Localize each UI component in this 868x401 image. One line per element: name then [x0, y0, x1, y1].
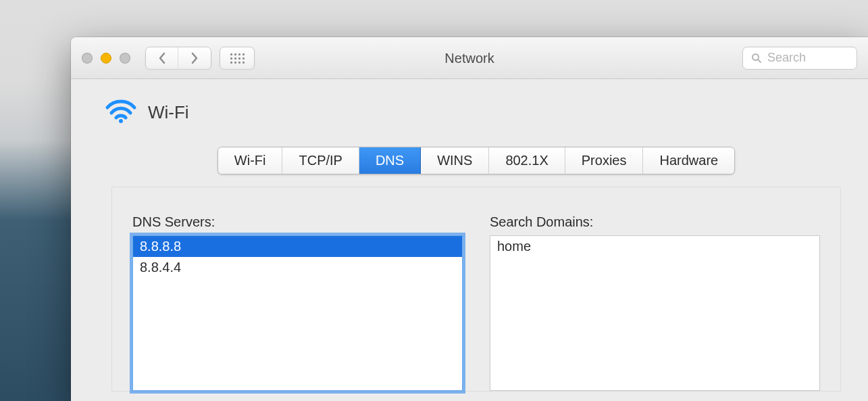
search-domains-label: Search Domains: [490, 214, 820, 230]
dns-server-row[interactable]: 8.8.8.8 [133, 236, 462, 257]
show-all-button[interactable] [220, 47, 255, 70]
tab-tcp-ip[interactable]: TCP/IP [282, 147, 359, 174]
tab-hardware[interactable]: Hardware [643, 147, 734, 174]
dns-server-row[interactable]: 8.8.4.4 [133, 257, 462, 278]
tab-wins[interactable]: WINS [421, 147, 489, 174]
tab-proxies[interactable]: Proxies [565, 147, 644, 174]
preferences-window: Network Search Wi-Fi Wi-FiTCP/IPDNSWINS8… [71, 37, 868, 401]
svg-point-2 [119, 119, 123, 123]
chevron-left-icon [158, 52, 166, 64]
search-domains-list[interactable]: home [490, 235, 820, 391]
wifi-icon [105, 98, 137, 126]
nav-buttons [145, 47, 211, 70]
search-input[interactable]: Search [742, 47, 857, 70]
search-icon [751, 53, 762, 64]
interface-header: Wi-Fi [105, 98, 841, 126]
back-button[interactable] [146, 47, 178, 69]
chevron-right-icon [190, 52, 199, 64]
interface-name: Wi-Fi [148, 102, 189, 123]
search-placeholder: Search [767, 51, 806, 65]
tab-wi-fi[interactable]: Wi-Fi [218, 147, 283, 174]
minimize-button[interactable] [101, 53, 111, 64]
grid-icon [230, 53, 244, 63]
content: Wi-Fi Wi-FiTCP/IPDNSWINS802.1XProxiesHar… [71, 79, 868, 392]
close-button[interactable] [82, 53, 93, 64]
svg-line-1 [758, 60, 761, 62]
desktop-photo-figure [584, 0, 753, 34]
zoom-button[interactable] [120, 53, 130, 64]
dns-servers-label: DNS Servers: [132, 214, 463, 230]
tab-802-1x[interactable]: 802.1X [489, 147, 565, 174]
titlebar: Network Search [71, 37, 868, 79]
window-controls [82, 53, 130, 64]
dns-panel: DNS Servers: 8.8.8.88.8.4.4 Search Domai… [111, 187, 841, 392]
forward-button[interactable] [178, 47, 211, 69]
tab-bar: Wi-FiTCP/IPDNSWINS802.1XProxiesHardware [111, 147, 841, 174]
segmented-control: Wi-FiTCP/IPDNSWINS802.1XProxiesHardware [218, 147, 735, 174]
tab-dns[interactable]: DNS [359, 147, 421, 174]
search-domain-row[interactable]: home [490, 236, 819, 257]
dns-servers-list[interactable]: 8.8.8.88.8.4.4 [132, 235, 463, 391]
